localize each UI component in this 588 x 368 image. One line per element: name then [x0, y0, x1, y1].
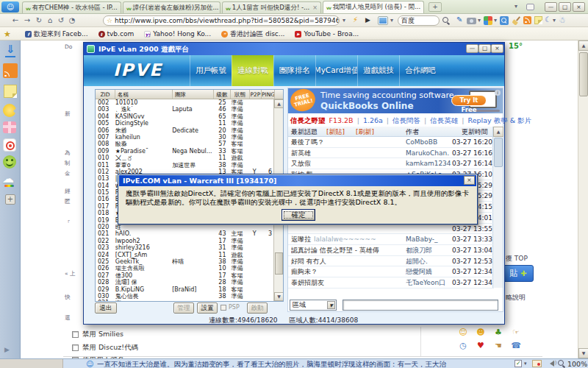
player-row[interactable]: 031 悔: [96, 300, 273, 301]
scroll-up-icon[interactable]: ▲: [274, 99, 284, 108]
try-it-free-button[interactable]: Try It Free: [451, 95, 487, 106]
column-header[interactable]: 團隊: [173, 90, 214, 99]
night-mode-dropdown-icon[interactable]: [553, 17, 556, 24]
player-row[interactable]: 020 甠: [96, 224, 273, 230]
app-nav-tab[interactable]: 合作網吧: [399, 55, 441, 86]
topic-title[interactable]: 癲夠未？: [291, 268, 318, 275]
app-minimize-button[interactable]: —: [466, 44, 478, 53]
address-bar[interactable]: ☆ http://www.ipve.com/bbs/viewthread.php…: [103, 15, 340, 26]
topics-scrollbar[interactable]: ▲: [492, 127, 503, 288]
player-row[interactable]: 003 、逸k˙ Laputa 46 準備: [96, 106, 273, 113]
new-tab-button[interactable]: +: [429, 2, 442, 12]
forum-link[interactable]: F13.2B: [329, 116, 354, 126]
player-row[interactable]: 021 hAIO. 43 主場 Y 3: [96, 230, 273, 237]
option-row[interactable]: 禁用 Discuz!代碼: [72, 342, 138, 355]
night-mode-icon[interactable]: [545, 15, 551, 24]
column-header[interactable]: P2P: [250, 90, 262, 99]
rss-feed-icon[interactable]: [3, 63, 18, 78]
search-engine-dropdown-icon[interactable]: [390, 17, 393, 24]
scrollbar-thumb[interactable]: [579, 52, 588, 96]
topic-title[interactable]: 又放假: [291, 160, 311, 167]
select-arrow-icon[interactable]: ▼: [327, 301, 335, 309]
forum-link[interactable]: Replay 教學 & 影片: [462, 116, 531, 126]
search-engine-icon[interactable]: [378, 16, 388, 25]
window-close-button[interactable]: ×: [573, 2, 585, 12]
extensions-dropdown-icon[interactable]: [494, 17, 497, 24]
bookmark-item[interactable]: tvb.com: [98, 30, 135, 38]
game-pacman-icon[interactable]: [3, 104, 16, 117]
smiley-face-icon[interactable]: ☺: [454, 326, 472, 339]
sticky-note-icon[interactable]: [4, 85, 17, 98]
rss-icon[interactable]: [523, 16, 531, 24]
topic-row[interactable]: 認真討論 信長之野望 - 英雄傳 都浪刀郎 03-27 13:04: [288, 245, 494, 256]
settings-button[interactable]: 設置: [197, 302, 218, 314]
topic-title[interactable]: 返嚟拉: [291, 236, 311, 243]
topic-title[interactable]: 最後了嗎？: [291, 138, 324, 146]
scrollbar-thumb[interactable]: [275, 252, 283, 275]
app-nav-tab[interactable]: 團隊排名: [273, 55, 315, 86]
topic-title[interactable]: 新英雄: [291, 149, 311, 157]
topic-row[interactable]: 泰妍招朋友 乇TaeYeon口 03-27 12:34: [288, 277, 494, 289]
app-restore-button[interactable]: □: [478, 44, 491, 53]
topic-row[interactable]: 新英雄 MarukoChan. 03-27 16:16: [288, 148, 494, 159]
player-row[interactable]: 029 B.KipLiNG [BraNid] 18 客場: [96, 286, 273, 293]
cleaner-icon[interactable]: [512, 16, 520, 25]
player-row[interactable]: 023 shirley3216 31 準備: [96, 244, 273, 251]
zoom-tool-icon[interactable]: [500, 16, 509, 25]
header-newpost-link[interactable]: [新貼]: [326, 127, 345, 137]
column-header[interactable]: ZID: [96, 90, 115, 99]
bookmark-star-icon[interactable]: ☆: [107, 16, 112, 25]
app-nav-tab[interactable]: 連線對戰: [232, 55, 273, 86]
topic-row[interactable]: 好悶 有冇人 超開心. 03-27 12:53: [288, 256, 494, 267]
back-to-top-link[interactable]: 復 TOP: [506, 254, 528, 263]
forum-link[interactable]: 信長英雄: [424, 116, 458, 126]
reply-button[interactable]: 貼 ✚: [503, 265, 534, 282]
handshake-icon[interactable]: ☚: [490, 339, 507, 353]
ad-banner[interactable]: FREE TRIAL! Time saving accounting softw…: [288, 88, 503, 113]
scroll-down-icon[interactable]: ▼: [274, 292, 284, 301]
screenshot-dropdown-icon[interactable]: [478, 17, 481, 24]
theme-icon[interactable]: [559, 15, 566, 25]
player-row[interactable]: 027 借300 17 客場: [96, 272, 273, 279]
speaker-icon[interactable]: [547, 361, 554, 367]
column-header[interactable]: PING: [262, 90, 275, 99]
download-icon[interactable]: [3, 43, 18, 57]
player-row[interactable]: 022 lwpooh2 17 準備: [96, 238, 273, 244]
column-header[interactable]: 名稱: [115, 90, 173, 99]
forum-link[interactable]: 信長問答: [387, 116, 420, 126]
player-row[interactable]: 028 流壩] 保 28 準備: [96, 279, 273, 286]
zoom-icon[interactable]: [557, 359, 566, 368]
topic-row[interactable]: 返嚟拉lalalalwe~~~~~~ MaBaby-_ 03-27 13:33: [288, 234, 494, 245]
option-row[interactable]: 禁用 Smilies: [72, 328, 138, 342]
scrollbar-thumb[interactable]: [494, 138, 503, 167]
app-shortcut-icon[interactable]: [526, 4, 534, 10]
browser-tab[interactable]: 我閒場人地見唔到 (信長) - 閒... ×: [323, 1, 424, 13]
player-row[interactable]: 025 GeekiTk_ 梓喵 38 準備: [96, 258, 273, 265]
forum-link[interactable]: 信長之野望: [290, 116, 326, 126]
screenshot-icon[interactable]: [467, 18, 476, 24]
ad-info-icon[interactable]: i: [495, 90, 501, 96]
scroll-up-icon[interactable]: ▲: [578, 40, 588, 51]
checkbox-icon[interactable]: [72, 331, 79, 338]
player-row[interactable]: 008 敯淼 57 客場: [96, 141, 273, 147]
zoom-level[interactable]: 100%: [567, 359, 587, 368]
topic-row[interactable]: 又放假 kamkam1234 03-27 16:14: [288, 158, 494, 169]
refresh-icon[interactable]: [34, 15, 44, 26]
checkbox-icon[interactable]: [220, 305, 226, 311]
bookmark-item[interactable]: Yahoo! Hong Ko...: [144, 30, 211, 38]
column-header[interactable]: 狀態: [231, 90, 250, 99]
app-nav-tab[interactable]: MyCard增值: [315, 55, 357, 86]
home-icon[interactable]: [45, 15, 55, 26]
topic-row[interactable]: 03-27 13:55: [288, 224, 494, 235]
player-row[interactable]: 009 ★Paradise¯ Nega Nebul... 33 客場: [96, 148, 273, 155]
window-minimize-button[interactable]: —: [545, 2, 557, 12]
notes-icon[interactable]: [534, 16, 542, 24]
dialog-titlebar[interactable]: IPvE.COM vLan - Warcraft III [1934170]: [119, 175, 476, 186]
app-nav-tab[interactable]: 遊戲競技: [357, 55, 399, 86]
phone-icon[interactable]: ☎: [507, 339, 525, 353]
topic-title[interactable]: 好悶 有冇人: [291, 258, 326, 265]
browser-menu-button[interactable]: ☺: [1, 1, 19, 13]
back-icon[interactable]: [10, 15, 21, 26]
url-dropdown-icon[interactable]: [343, 17, 345, 24]
undo-icon[interactable]: [56, 15, 66, 26]
